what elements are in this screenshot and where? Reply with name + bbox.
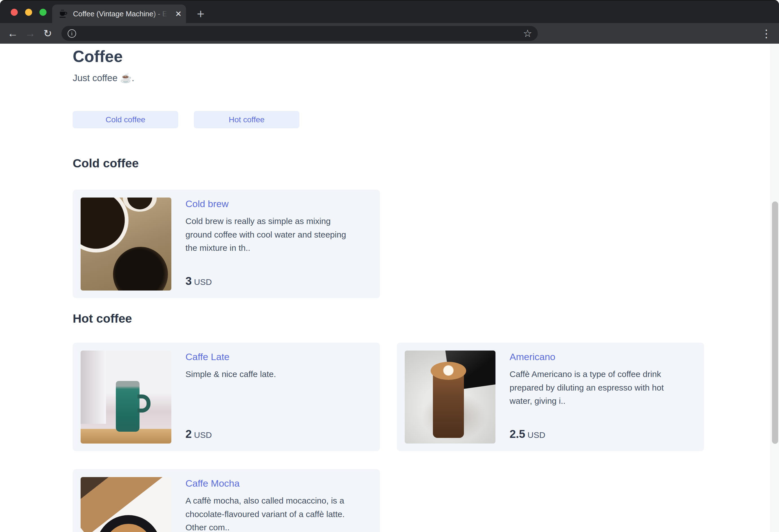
- address-bar[interactable]: i ☆: [61, 26, 538, 41]
- card-body: Americano Caffè Americano is a type of c…: [510, 351, 690, 443]
- item-title-link[interactable]: Caffe Mocha: [185, 477, 366, 489]
- site-info-icon[interactable]: i: [68, 29, 76, 38]
- zoom-window-button[interactable]: [40, 9, 47, 16]
- item-description: Caffè Americano is a type of coffee drin…: [510, 367, 682, 407]
- section-heading-hot-coffee: Hot coffee: [73, 311, 779, 326]
- green-mug-shape: [116, 381, 139, 432]
- page-viewport: Coffee Just coffee ☕. Cold coffee Hot co…: [0, 44, 779, 532]
- price-value: 2: [185, 428, 192, 440]
- item-description: Simple & nice caffe late.: [185, 367, 358, 381]
- browser-tab[interactable]: Coffee (Vintage Machine) - Eas ✕: [52, 4, 186, 23]
- price-currency: USD: [528, 430, 545, 439]
- item-price: 2.5USD: [510, 428, 690, 440]
- coffee-cup-shape: [123, 197, 157, 212]
- card-row: Caffe Mocha A caffè mocha, also called m…: [73, 469, 779, 532]
- minimize-window-button[interactable]: [25, 9, 32, 16]
- card-row: Cold brew Cold brew is really as simple …: [73, 190, 779, 298]
- price-value: 3: [185, 275, 192, 287]
- product-card-caffe-mocha: Caffe Mocha A caffè mocha, also called m…: [73, 469, 380, 532]
- window-light-shape: [80, 351, 106, 424]
- iced-glass-shape: [113, 247, 168, 291]
- browser-menu-icon[interactable]: ⋮: [761, 27, 772, 40]
- new-tab-button[interactable]: +: [193, 8, 208, 21]
- page-scrollbar-thumb[interactable]: [772, 201, 778, 444]
- product-card-cold-brew: Cold brew Cold brew is really as simple …: [73, 190, 380, 298]
- coffee-cup-favicon-icon: [58, 9, 68, 19]
- item-title-link[interactable]: Cold brew: [185, 197, 366, 210]
- cold-coffee-button[interactable]: Cold coffee: [73, 111, 178, 128]
- americano-photo: [405, 351, 495, 444]
- browser-window: Coffee (Vintage Machine) - Eas ✕ + ← → ↻…: [0, 0, 779, 532]
- tab-title: Coffee (Vintage Machine) - Eas: [73, 10, 171, 18]
- item-title-link[interactable]: Caffe Late: [185, 351, 366, 363]
- page-title: Coffee: [73, 47, 779, 66]
- item-description: A caffè mocha, also called mocaccino, is…: [185, 494, 358, 532]
- category-button-row: Cold coffee Hot coffee: [73, 111, 779, 128]
- product-card-caffe-late: Caffe Late Simple & nice caffe late. 2US…: [73, 343, 380, 451]
- reload-icon[interactable]: ↻: [39, 27, 56, 40]
- mug-handle-shape: [137, 395, 151, 413]
- price-value: 2.5: [510, 428, 525, 440]
- caffe-late-photo: [80, 351, 171, 444]
- forward-icon[interactable]: →: [21, 27, 39, 40]
- section-heading-cold-coffee: Cold coffee: [73, 156, 779, 171]
- item-description: Cold brew is really as simple as mixing …: [185, 215, 358, 254]
- page-content: Coffee Just coffee ☕. Cold coffee Hot co…: [0, 44, 779, 532]
- coffee-mug-shape: [80, 197, 128, 252]
- card-row: Caffe Late Simple & nice caffe late. 2US…: [73, 343, 779, 451]
- price-currency: USD: [194, 430, 212, 439]
- back-icon[interactable]: ←: [4, 27, 21, 40]
- page-scrollbar-track[interactable]: [771, 44, 779, 532]
- card-body: Caffe Late Simple & nice caffe late. 2US…: [185, 351, 366, 443]
- tab-strip: Coffee (Vintage Machine) - Eas ✕ +: [0, 1, 779, 23]
- tab-close-icon[interactable]: ✕: [171, 9, 186, 18]
- window-controls: [11, 9, 47, 16]
- latte-art-shape: [431, 362, 466, 380]
- item-title-link[interactable]: Americano: [510, 351, 690, 363]
- bookmark-star-icon[interactable]: ☆: [523, 27, 532, 40]
- card-body: Caffe Mocha A caffè mocha, also called m…: [185, 477, 366, 532]
- caffe-mocha-photo: [80, 477, 171, 532]
- price-currency: USD: [194, 277, 212, 287]
- item-price: 2USD: [185, 428, 366, 440]
- card-body: Cold brew Cold brew is really as simple …: [185, 197, 366, 290]
- page-subtitle: Just coffee ☕.: [73, 72, 779, 84]
- product-card-americano: Americano Caffè Americano is a type of c…: [397, 343, 704, 451]
- close-window-button[interactable]: [11, 9, 18, 16]
- item-price: 3USD: [185, 275, 366, 287]
- cold-brew-photo: [80, 197, 171, 291]
- hot-coffee-button[interactable]: Hot coffee: [194, 111, 299, 128]
- browser-toolbar: ← → ↻ i ☆ ⋮: [0, 23, 779, 44]
